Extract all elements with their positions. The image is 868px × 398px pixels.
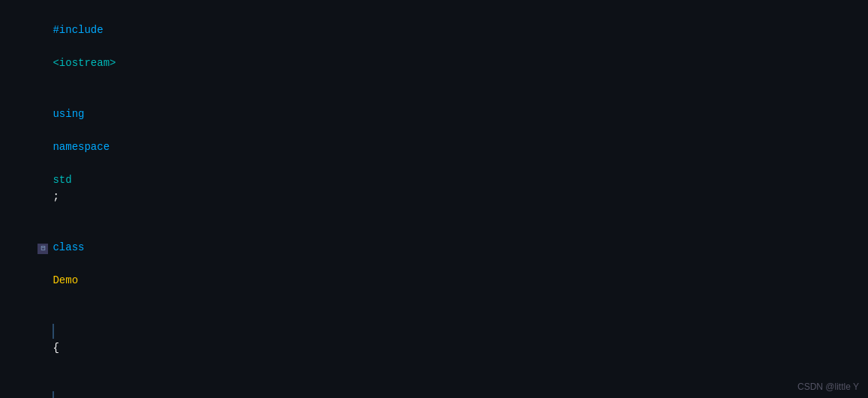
line-content-4: { bbox=[12, 307, 868, 373]
space bbox=[53, 258, 59, 270]
code-line-4: { bbox=[0, 306, 868, 373]
code-line-2: using namespace std ; bbox=[0, 88, 868, 222]
v-guide bbox=[53, 324, 54, 339]
namespace-keyword: namespace bbox=[53, 141, 110, 153]
code-line-1: #include <iostream> bbox=[0, 4, 868, 88]
line-content-3: class Demo bbox=[12, 223, 868, 305]
code-line-5: public : bbox=[0, 373, 868, 398]
gutter-3: ⊟ bbox=[0, 223, 12, 272]
open-brace: { bbox=[53, 342, 59, 354]
space bbox=[53, 157, 59, 169]
std-name: std bbox=[53, 174, 71, 186]
iostream-header: <iostream> bbox=[53, 57, 116, 69]
space bbox=[53, 40, 59, 52]
space bbox=[53, 124, 59, 136]
v-guide bbox=[53, 391, 54, 398]
class-keyword: class bbox=[53, 241, 84, 253]
class-name: Demo bbox=[53, 274, 78, 286]
semicolon: ; bbox=[53, 190, 59, 202]
line-content-1: #include <iostream> bbox=[12, 5, 868, 88]
using-keyword: using bbox=[53, 108, 84, 120]
line-content-5: public : bbox=[12, 374, 868, 398]
include-keyword: #include bbox=[53, 24, 103, 36]
code-editor: #include <iostream> using namespace std … bbox=[0, 0, 868, 398]
line-content-2: using namespace std ; bbox=[12, 89, 868, 221]
code-line-3: ⊟ class Demo bbox=[0, 222, 868, 306]
csdn-watermark: CSDN @little Y bbox=[797, 382, 859, 392]
